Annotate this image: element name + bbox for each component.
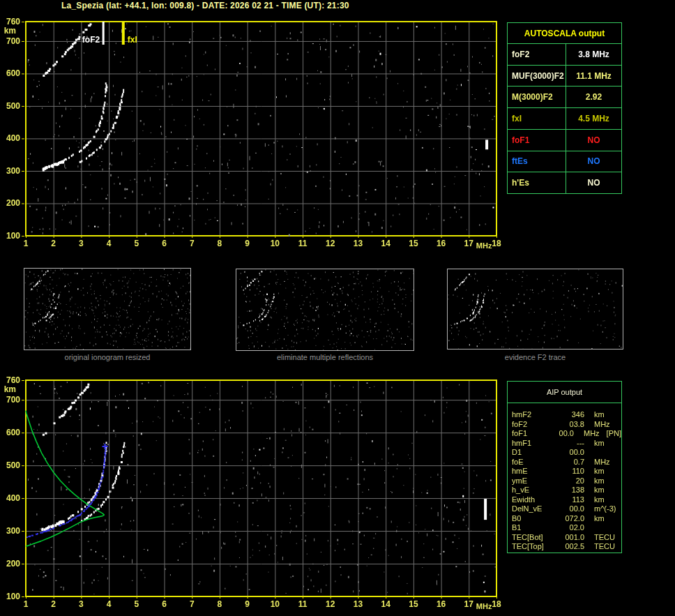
table-row: foF100.0MHz[PN] [512,429,621,439]
param-label: hmF2 [512,410,556,420]
ionogram-profile-chart [0,373,516,616]
param-value: 02.0 [556,523,584,533]
param-unit: km [594,467,605,476]
table-row: TEC[Bot]001.0TECU [512,533,621,543]
param-label: DelN_vE [512,504,556,514]
param-value: NO [566,172,621,193]
param-value: 11.1 MHz [566,66,621,87]
param-value: 00.0 [556,448,584,458]
param-label: M(3000)F2 [508,87,566,107]
param-value: 072.0 [556,514,584,524]
param-unit: km [594,495,605,505]
param-label: foF2 [508,44,566,65]
table-row: ftEs NO [508,151,621,172]
param-value: 03.8 [556,420,584,430]
panel-original-caption: original ionogram resized [24,353,191,361]
panel-original-canvas [24,269,190,350]
param-label: foE [512,458,556,467]
table-row: hmF1---km [512,439,621,449]
param-value: 138 [556,486,584,495]
panel-evidence-canvas [448,269,623,349]
table-row: foF203.8MHz [512,420,621,430]
param-value: 3.8 MHz [566,44,621,65]
table-row: hmE110km [512,467,621,476]
param-label: D1 [512,448,556,458]
param-unit: km [594,486,605,495]
panel-evidence-caption: evidence F2 trace [447,353,623,361]
table-row: fxI 4.5 MHz [508,107,621,129]
panel-eliminate-caption: eliminate multiple reflections [236,353,414,361]
table-row: ymE20km [512,476,621,486]
table-row: TEC[Top]002.5TECU [512,542,621,552]
table-row: D100.0 [512,448,621,458]
param-unit: km [594,476,605,486]
param-unit: km [594,514,605,524]
table-row: h_vE138km [512,486,621,495]
param-label: hmE [512,467,556,476]
param-label: foF1 [508,130,566,151]
table-row: B102.0 [512,523,621,533]
param-label: TEC[Bot] [512,533,556,543]
param-unit: km [594,410,605,420]
table-row: foF1 NO [508,129,621,151]
panel-eliminate-reflections [236,269,414,351]
param-value: --- [556,439,584,449]
table-row: MUF(3000)F2 11.1 MHz [508,65,621,87]
param-value: 0.7 [556,458,584,467]
param-label: hmF1 [512,439,556,449]
param-unit: TECU [594,533,615,543]
param-value: NO [566,130,621,151]
param-label: h'Es [508,172,566,193]
page-title: La_Spezia (lat: +44.1, lon: 009.8) - DAT… [61,1,349,10]
param-value: 110 [556,467,584,476]
param-label: B1 [512,523,556,533]
aip-table-title: AIP output [508,382,621,403]
param-value: 00.0 [556,504,584,514]
panel-original-ionogram [24,268,191,350]
param-note: [PN] [607,429,621,439]
ionogram-main-chart [0,14,516,258]
param-label: MUF(3000)F2 [508,66,566,87]
panel-eliminate-canvas [236,269,414,350]
param-label: fxI [508,108,566,129]
param-label: ftEs [508,151,566,172]
param-unit: MHz [584,429,600,439]
param-label: h_vE [512,486,556,495]
param-value: 00.0 [550,429,574,439]
param-label: foF1 [512,429,550,439]
param-value: 113 [556,495,584,505]
param-unit: TECU [594,542,615,552]
table-row: M(3000)F2 2.92 [508,86,621,107]
table-row: foE0.7MHz [512,458,621,467]
table-row: B0072.0km [512,514,621,524]
param-value: 2.92 [566,87,621,107]
table-row: hmF2346km [512,410,621,420]
table-row: Ewidth113km [512,495,621,505]
autoscala-window: La_Spezia (lat: +44.1, lon: 009.8) - DAT… [0,0,675,616]
panel-evidence-f2 [447,269,623,350]
param-value: 001.0 [556,533,584,543]
param-unit: km [594,439,605,449]
table-row: DelN_vE00.0m^(-3) [512,504,621,514]
aip-table-body: hmF2346km foF203.8MHz foF100.0MHz[PN] hm… [508,403,621,552]
autoscala-output-table: AUTOSCALA output foF2 3.8 MHz MUF(3000)F… [507,22,622,194]
param-value: 002.5 [556,542,584,552]
param-unit: MHz [594,420,610,430]
table-row: h'Es NO [508,172,621,193]
param-label: ymE [512,476,556,486]
param-label: Ewidth [512,495,556,505]
table-row: foF2 3.8 MHz [508,43,621,65]
param-unit: m^(-3) [594,504,616,514]
autoscala-table-title: AUTOSCALA output [508,23,621,43]
param-label: foF2 [512,420,556,430]
param-value: 346 [556,410,584,420]
param-unit: MHz [594,458,610,467]
param-value: NO [566,151,621,172]
param-label: B0 [512,514,556,524]
param-value: 4.5 MHz [566,108,621,129]
param-label: TEC[Top] [512,542,556,552]
param-value: 20 [556,476,584,486]
aip-output-table: AIP output hmF2346km foF203.8MHz foF100.… [507,381,622,553]
